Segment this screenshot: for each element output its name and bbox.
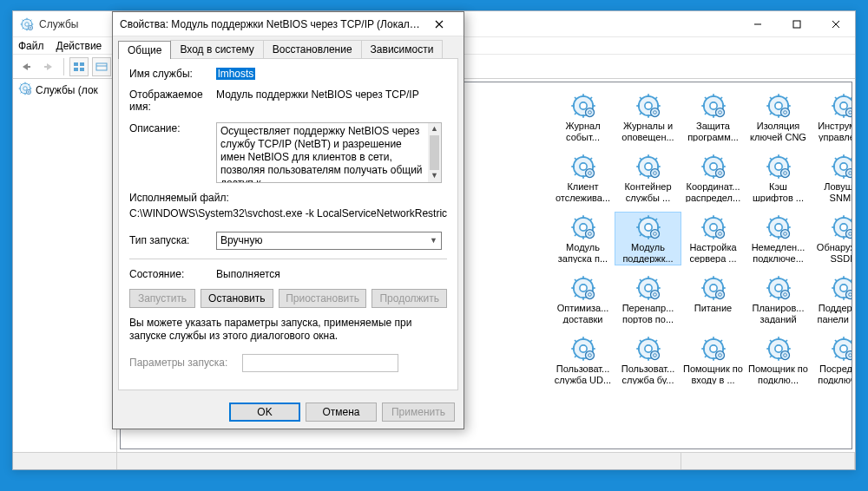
stop-button[interactable]: Остановить (201, 289, 273, 308)
service-item[interactable]: Настройка сервера ... (681, 213, 746, 265)
sidebar-item-label: Службы (лок (36, 84, 98, 96)
gear-icon (635, 214, 661, 240)
service-item[interactable]: Координат... распредел... (681, 152, 746, 204)
gear-icon (831, 93, 852, 119)
properties-dialog: Свойства: Модуль поддержки NetBIOS через… (112, 11, 464, 429)
tab-dependencies[interactable]: Зависимости (361, 40, 444, 58)
service-label: Питание (683, 303, 744, 314)
menu-file[interactable]: Файл (18, 40, 44, 52)
menu-action[interactable]: Действие (56, 40, 102, 52)
label-display-name: Отображаемое имя: (129, 88, 216, 114)
service-label: Координат... распредел... (683, 181, 744, 202)
gear-icon (570, 93, 596, 119)
scroll-down-icon[interactable]: ▼ (428, 170, 441, 182)
gear-icon (635, 154, 661, 180)
gear-icon (700, 93, 727, 119)
close-button[interactable] (816, 11, 855, 36)
value-service-name[interactable]: lmhosts (216, 68, 255, 80)
gear-icon (570, 275, 596, 301)
service-label: Контейнер службы ... (618, 181, 679, 202)
service-label: Поддержка панели уп... (813, 303, 852, 324)
service-item[interactable] (485, 273, 520, 325)
gear-icon (635, 336, 661, 362)
service-item[interactable]: Перенапр... портов по... (615, 273, 681, 325)
service-item[interactable]: Модуль поддержк... (615, 213, 681, 265)
service-item[interactable]: Посредник подключе... (811, 334, 852, 386)
main-title: Службы (39, 18, 78, 30)
service-item[interactable]: Кэш шрифтов ... (746, 152, 811, 204)
service-item[interactable]: Помощник по входу в ... (681, 334, 746, 386)
tab-logon[interactable]: Вход в систему (170, 40, 263, 58)
service-item[interactable]: Немедлен... подключе... (746, 213, 811, 265)
svg-rect-22 (96, 63, 107, 70)
service-item[interactable]: Клиент отслежива... (550, 152, 615, 204)
service-item[interactable]: Помощник по подклю... (746, 334, 811, 386)
service-item[interactable]: Планиров... заданий (746, 273, 811, 325)
params-hint: Вы можете указать параметры запуска, при… (129, 317, 447, 344)
service-item[interactable]: Инструме... управлен... (811, 91, 852, 143)
gear-icon (766, 154, 792, 180)
value-executable: C:\WINDOWS\System32\svchost.exe -k Local… (129, 207, 447, 219)
service-item[interactable]: Журнал событ... (550, 91, 615, 143)
service-item[interactable]: Изоляция ключей CNG (746, 91, 811, 143)
service-item[interactable]: Модуль запуска п... (550, 213, 615, 265)
ok-button[interactable]: OK (229, 403, 300, 422)
service-item[interactable] (485, 91, 520, 143)
value-display-name: Модуль поддержки NetBIOS через TCP/IP (216, 88, 447, 114)
description-box[interactable]: Осуществляет поддержку NetBIOS через слу… (216, 122, 442, 183)
service-item[interactable]: Контейнер службы ... (615, 152, 681, 204)
view-large-icons-button[interactable] (69, 57, 89, 76)
service-item[interactable]: Питание (681, 273, 746, 325)
gear-icon (18, 82, 32, 98)
cancel-button[interactable]: Отмена (306, 403, 377, 422)
scroll-up-icon[interactable]: ▲ (428, 123, 441, 135)
service-item[interactable]: Поддержка панели уп... (811, 273, 852, 325)
view-details-button[interactable] (92, 57, 111, 76)
dialog-close-button[interactable] (422, 12, 457, 36)
description-scrollbar[interactable]: ▲ ▼ (428, 123, 441, 182)
label-startup-type: Тип запуска: (129, 234, 216, 246)
minimize-button[interactable] (738, 11, 777, 36)
service-item[interactable]: Защита программ... (681, 91, 746, 143)
svg-rect-13 (793, 21, 800, 28)
service-item[interactable] (485, 152, 520, 204)
dialog-titlebar[interactable]: Свойства: Модуль поддержки NetBIOS через… (113, 12, 464, 36)
nav-fwd-button[interactable] (39, 57, 58, 76)
service-label: Инструме... управлен... (813, 121, 852, 141)
start-button: Запустить (129, 289, 195, 308)
service-label: Оптимиза... доставки (553, 303, 614, 324)
svg-rect-18 (74, 62, 78, 66)
service-label: Настройка сервера ... (683, 242, 744, 263)
toolbar-divider (63, 58, 64, 75)
service-label: Журналы и оповещен... (618, 121, 679, 141)
service-item[interactable]: Пользоват... служба UD... (550, 334, 615, 386)
gear-icon (700, 275, 727, 301)
divider (129, 259, 447, 259)
maximize-button[interactable] (777, 11, 816, 36)
svg-rect-20 (74, 68, 78, 71)
tab-recovery[interactable]: Восстановление (263, 40, 362, 58)
service-item[interactable]: Журналы и оповещен... (615, 91, 681, 143)
service-item[interactable] (485, 213, 520, 265)
svg-rect-21 (80, 68, 84, 71)
gear-icon (20, 17, 34, 31)
service-label: Модуль поддержк... (618, 242, 679, 263)
gear-icon (570, 154, 596, 180)
service-label: Перенапр... портов по... (618, 303, 679, 324)
service-item[interactable]: Оптимиза... доставки (550, 273, 615, 325)
gear-icon (766, 93, 792, 119)
startup-type-combo[interactable]: Вручную ▼ (216, 232, 442, 250)
service-item[interactable]: Пользоват... служба бу... (615, 334, 681, 386)
svg-rect-19 (80, 62, 84, 66)
apply-button: Применить (382, 403, 455, 422)
service-item[interactable] (485, 334, 520, 386)
service-label: Посредник подключе... (813, 363, 852, 384)
sidebar-item-services-local[interactable]: Службы (лок (13, 79, 116, 101)
tab-general[interactable]: Общие (118, 41, 171, 59)
service-item[interactable]: Обнаруже... SSDP (811, 213, 852, 265)
service-item[interactable]: Ловушка SNMP (811, 152, 852, 204)
dialog-footer: OK Отмена Применить (113, 396, 464, 429)
scroll-thumb[interactable] (430, 135, 439, 170)
service-label: Защита программ... (683, 121, 744, 141)
nav-back-button[interactable] (16, 57, 36, 76)
